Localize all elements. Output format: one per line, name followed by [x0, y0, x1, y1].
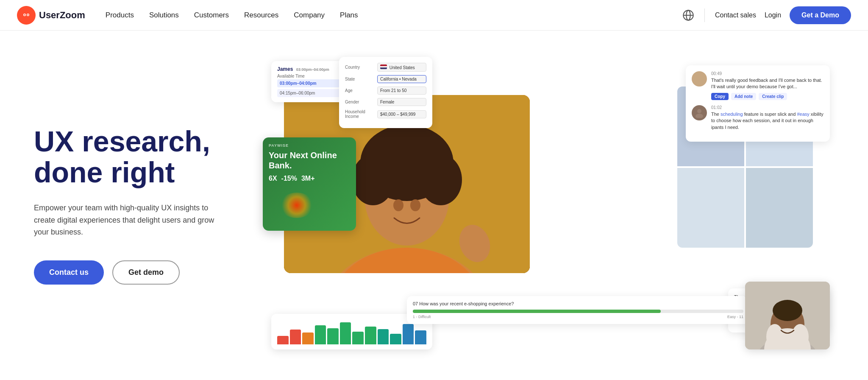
- nav-contact-sales[interactable]: Contact sales: [715, 11, 756, 19]
- form-row-income: Household Income $40,000 – $49,999: [345, 109, 426, 119]
- chart-bar: [327, 328, 339, 344]
- nav-login[interactable]: Login: [765, 11, 781, 19]
- form-row-age: Age From 21 to 50: [345, 87, 426, 95]
- svg-point-16: [393, 199, 403, 211]
- chat-time-1: 00:49: [711, 71, 824, 76]
- heatmap-card: PAYWISE Your Next Online Bank. 6X -15% 3…: [263, 137, 356, 231]
- svg-point-3: [24, 14, 25, 15]
- chart-bar: [378, 329, 389, 344]
- form-row-state: State California • Nevada: [345, 75, 426, 83]
- chart-bar: [415, 330, 426, 344]
- svg-point-19: [697, 75, 701, 79]
- chat-entry-2: 01:02 The scheduling feature is super sl…: [692, 105, 824, 131]
- heatmap-tagline: Your Next Online Bank.: [269, 150, 350, 170]
- chart-bars: [277, 319, 426, 344]
- chat-content-1: 00:49 That's really good feedback and I'…: [711, 71, 824, 100]
- svg-point-22: [696, 114, 703, 118]
- form-income-value: $40,000 – $49,999: [377, 110, 426, 118]
- schedule-time2: 04:15pm–06:00pm: [277, 89, 344, 97]
- chat-avatar-1: [692, 71, 707, 87]
- hero-buttons: Contact us Get demo: [34, 260, 229, 285]
- contact-us-button[interactable]: Contact us: [34, 260, 104, 285]
- svg-point-20: [696, 80, 703, 84]
- nav-solutions[interactable]: Solutions: [149, 11, 179, 20]
- hero-description: Empower your team with high-quality UX i…: [34, 202, 229, 238]
- chat-highlight: scheduling: [721, 112, 743, 117]
- chart-bar: [315, 325, 326, 344]
- chat-text-2: The scheduling feature is super slick an…: [711, 111, 824, 131]
- form-row-gender: Gender Female: [345, 98, 426, 106]
- chart-bar: [290, 330, 301, 344]
- nav-right: Contact sales Login Get a Demo: [682, 6, 851, 24]
- nav-divider: [704, 8, 705, 22]
- logo-link[interactable]: UserZoom: [17, 6, 85, 25]
- rating-label-left: 1 - Difficult: [413, 315, 431, 319]
- rating-labels: 1 - Difficult Easy - 11: [413, 315, 743, 319]
- rating-question: 07 How was your recent e-shopping experi…: [413, 301, 743, 306]
- nav-resources[interactable]: Resources: [244, 11, 278, 20]
- rating-card: 07 How was your recent e-shopping experi…: [407, 296, 749, 324]
- chat-time-2: 01:02: [711, 105, 824, 110]
- form-country-value: United States: [377, 63, 426, 72]
- window-pane-3: [677, 168, 744, 248]
- svg-point-17: [410, 199, 420, 211]
- flag-us-icon: [380, 64, 387, 69]
- nav-company[interactable]: Company: [294, 11, 325, 20]
- chat-actions-1: Copy Add note Create clip: [711, 93, 824, 100]
- chat-createclip-button[interactable]: Create clip: [759, 93, 787, 100]
- nav-links: Products Solutions Customers Resources C…: [106, 11, 682, 20]
- chart-bar: [403, 324, 414, 344]
- svg-point-27: [773, 300, 802, 321]
- svg-point-30: [792, 324, 809, 349]
- hero-section: UX research, done right Empower your tea…: [0, 31, 868, 380]
- svg-point-4: [28, 14, 29, 15]
- schedule-time1: 03:00pm–04:00pm: [277, 79, 344, 87]
- form-age-label: Age: [345, 88, 375, 93]
- nav-get-demo-button[interactable]: Get a Demo: [790, 6, 851, 24]
- logo-icon: [17, 6, 36, 25]
- navigation: UserZoom Products Solutions Customers Re…: [0, 0, 868, 31]
- chart-bar: [340, 322, 351, 344]
- chat-addnote-button[interactable]: Add note: [731, 93, 756, 100]
- form-card: Country United States State California •…: [339, 57, 432, 128]
- rating-bar-background: [413, 310, 743, 313]
- heatmap-brand: PAYWISE: [269, 143, 350, 148]
- chat-text-1: That's really good feedback and I'll com…: [711, 77, 824, 90]
- form-state-value: California • Nevada: [377, 75, 426, 83]
- form-gender-value: Female: [377, 98, 426, 106]
- rating-bar-fill: [413, 310, 661, 313]
- hero-title: UX research, done right: [34, 126, 229, 188]
- chart-bar: [352, 332, 364, 344]
- brand-name: UserZoom: [39, 10, 85, 21]
- second-person-video: [745, 282, 830, 349]
- svg-point-15: [367, 133, 447, 176]
- chat-content-2: 01:02 The scheduling feature is super sl…: [711, 105, 824, 131]
- chat-copy-button[interactable]: Copy: [711, 93, 729, 100]
- nav-plans[interactable]: Plans: [340, 11, 358, 20]
- chart-bar: [277, 336, 289, 344]
- schedule-available-label: Available Time: [277, 74, 344, 78]
- hero-content: UX research, done right Empower your tea…: [34, 126, 229, 285]
- schedule-card: James 03:00pm–04:00pm Available Time 03:…: [271, 61, 350, 102]
- heatmap-stat-3: 3M+: [301, 175, 315, 182]
- chart-bar: [365, 327, 376, 344]
- form-country-label: Country: [345, 65, 375, 70]
- schedule-name: James 03:00pm–04:00pm: [277, 66, 344, 72]
- hero-collage: James 03:00pm–04:00pm Available Time 03:…: [246, 53, 834, 358]
- svg-point-21: [697, 109, 701, 113]
- globe-icon[interactable]: [682, 9, 694, 21]
- chart-bar: [390, 334, 401, 344]
- heatmap-blob: [280, 193, 314, 218]
- nav-customers[interactable]: Customers: [194, 11, 229, 20]
- chat-avatar-2: [692, 105, 707, 120]
- svg-point-29: [766, 324, 783, 349]
- heatmap-stat-1: 6X: [269, 175, 277, 182]
- nav-products[interactable]: Products: [106, 11, 134, 20]
- heatmap-stats: 6X -15% 3M+: [269, 175, 350, 182]
- svg-point-0: [21, 10, 32, 21]
- window-pane-4: [746, 168, 813, 248]
- chat-entry-1: 00:49 That's really good feedback and I'…: [692, 71, 824, 100]
- get-demo-button[interactable]: Get demo: [112, 260, 180, 285]
- form-gender-label: Gender: [345, 100, 375, 104]
- form-row-country: Country United States: [345, 63, 426, 72]
